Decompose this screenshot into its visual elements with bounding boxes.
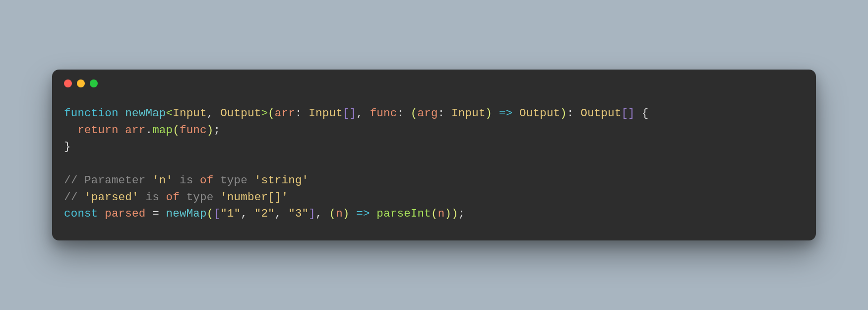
- keyword-const: const: [64, 207, 98, 220]
- param-arr: arr: [275, 107, 295, 120]
- paren-close: ): [343, 207, 350, 220]
- angle-open: <: [166, 107, 173, 120]
- paren-close: ): [560, 107, 567, 120]
- space: [98, 207, 105, 220]
- comment-text: type: [213, 174, 254, 187]
- paren-open: (: [268, 107, 275, 120]
- param-func: func: [370, 107, 397, 120]
- type-param-output: Output: [220, 107, 261, 120]
- paren-close: ): [451, 207, 458, 220]
- paren-open: (: [173, 124, 180, 137]
- semicolon: ;: [213, 124, 220, 137]
- comment-slashes: //: [64, 191, 84, 204]
- paren-open: (: [207, 207, 214, 220]
- type-output: Output: [580, 107, 621, 120]
- paren-close: ): [207, 124, 214, 137]
- bracket-close: ]: [309, 207, 315, 220]
- colon: :: [438, 107, 451, 120]
- brackets: []: [343, 107, 356, 120]
- paren-open: (: [411, 107, 418, 120]
- colon: :: [295, 107, 309, 120]
- type-param-input: Input: [173, 107, 207, 120]
- type-input: Input: [451, 107, 486, 120]
- code-line-5: // Parameter 'n' is of type 'string': [64, 174, 309, 187]
- code-line-2: return arr.map(func);: [64, 124, 220, 137]
- type-output: Output: [519, 107, 560, 120]
- type-input: Input: [309, 107, 343, 120]
- ident-func: func: [180, 124, 207, 137]
- arrow-op: =>: [350, 207, 377, 220]
- semicolon: ;: [458, 207, 465, 220]
- arrow-op: =>: [492, 107, 519, 120]
- comma: ,: [315, 207, 329, 220]
- code-window: function newMap<Input, Output>(arr: Inpu…: [52, 70, 816, 240]
- space: [119, 124, 125, 137]
- comment-literal: 'n': [152, 174, 173, 187]
- ident-n: n: [336, 207, 343, 220]
- colon: :: [397, 107, 410, 120]
- comment-text: Parameter: [84, 174, 152, 187]
- call-newmap: newMap: [166, 207, 207, 220]
- angle-close: >: [261, 107, 268, 120]
- code-line-3: }: [64, 140, 71, 153]
- equals: =: [152, 207, 159, 220]
- comma: ,: [207, 107, 220, 120]
- comment-of: of: [200, 174, 213, 187]
- code-line-7: const parsed = newMap(["1", "2", "3"], (…: [64, 207, 465, 220]
- code-line-6: // 'parsed' is of type 'number[]': [64, 191, 288, 204]
- paren-close: ): [486, 107, 493, 120]
- colon: :: [567, 107, 580, 120]
- comment-of: of: [166, 191, 180, 204]
- zoom-icon[interactable]: [90, 79, 98, 87]
- comment-text: is: [139, 191, 166, 204]
- minimize-icon[interactable]: [77, 79, 85, 87]
- code-line-1: function newMap<Input, Output>(arr: Inpu…: [64, 107, 648, 120]
- method-map: map: [152, 124, 173, 137]
- keyword-function: function: [64, 107, 119, 120]
- dot: .: [145, 124, 152, 137]
- comma: ,: [356, 107, 370, 120]
- window-titlebar: [52, 70, 816, 91]
- space: [145, 207, 152, 220]
- keyword-return: return: [77, 124, 118, 137]
- call-parseint: parseInt: [376, 207, 431, 220]
- function-name: newMap: [125, 107, 166, 120]
- comment-text: type: [180, 191, 220, 204]
- paren-open: (: [431, 207, 438, 220]
- comment-literal: 'number[]': [220, 191, 288, 204]
- param-arg: arg: [418, 107, 438, 120]
- bracket-open: [: [213, 207, 220, 220]
- comment-slashes: //: [64, 174, 84, 187]
- comma: ,: [275, 207, 288, 220]
- string-1: "1": [220, 207, 241, 220]
- comment-text: is: [173, 174, 200, 187]
- paren-close: ): [444, 207, 451, 220]
- ident-n: n: [438, 207, 445, 220]
- curly-open: {: [635, 107, 648, 120]
- indent: [64, 124, 77, 137]
- comment-literal: 'parsed': [84, 191, 139, 204]
- brackets: []: [621, 107, 635, 120]
- space: [159, 207, 166, 220]
- close-icon[interactable]: [64, 79, 72, 87]
- comment-literal: 'string': [254, 174, 309, 187]
- ident-parsed: parsed: [105, 207, 145, 220]
- ident-arr: arr: [125, 124, 145, 137]
- code-block: function newMap<Input, Output>(arr: Inpu…: [52, 91, 816, 240]
- comma: ,: [241, 207, 254, 220]
- string-2: "2": [254, 207, 275, 220]
- string-3: "3": [288, 207, 309, 220]
- paren-open: (: [329, 207, 336, 220]
- curly-close: }: [64, 140, 71, 153]
